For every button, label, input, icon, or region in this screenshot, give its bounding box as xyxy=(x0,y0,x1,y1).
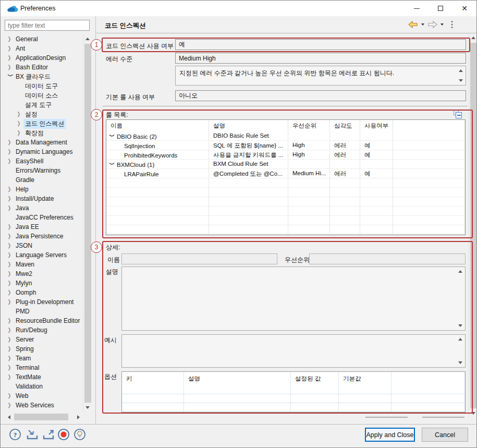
export-preferences-icon[interactable] xyxy=(42,428,55,441)
tree-collapsed-icon[interactable]: ❯ xyxy=(8,374,14,380)
tree-collapsed-icon[interactable]: ❯ xyxy=(8,289,14,296)
rule-row[interactable] xyxy=(106,207,465,216)
row-expanded-icon[interactable]: ❯ xyxy=(109,162,115,167)
tree-item[interactable]: ❯Web Services xyxy=(5,401,83,410)
tree-item[interactable]: ❯Ant xyxy=(5,44,83,53)
options-column-header[interactable]: 설정된 값 xyxy=(291,372,339,394)
detail-priority-input[interactable] xyxy=(309,253,466,264)
rule-column-header[interactable]: 우선순위 xyxy=(288,120,330,131)
tree-collapsed-icon[interactable]: ❯ xyxy=(8,355,14,361)
enable-inspection-combo[interactable]: 예 xyxy=(175,39,466,50)
tree-collapsed-icon[interactable]: ❯ xyxy=(8,402,14,408)
tree-item[interactable]: ❯JSON xyxy=(5,241,83,250)
rule-row[interactable]: SqlInjectionSQL 에 포함된 ${name} ...High에러예 xyxy=(106,141,465,150)
help-icon[interactable]: ? xyxy=(9,428,21,441)
sidebar-divider[interactable] xyxy=(95,16,96,424)
tree-item[interactable]: ❯Data Management xyxy=(5,138,83,147)
tree-collapsed-icon[interactable]: ❯ xyxy=(8,64,14,70)
tree-item[interactable]: ❯Bash Editor xyxy=(5,63,83,72)
tree-item[interactable]: ❯TextMate xyxy=(5,372,83,382)
detail-example-textarea[interactable] xyxy=(121,334,466,368)
import-preferences-icon[interactable] xyxy=(26,428,39,441)
tree-item[interactable]: ❯Oomph xyxy=(5,288,83,297)
scroll-right-icon[interactable] xyxy=(74,413,83,421)
tree-item[interactable]: ❯Java EE xyxy=(5,222,83,232)
rule-column-header[interactable]: 심각도 xyxy=(330,120,360,131)
tree-collapsed-icon[interactable]: ❯ xyxy=(17,120,23,127)
scrollbar-thumb[interactable] xyxy=(14,414,68,420)
back-history-dropdown-icon[interactable] xyxy=(421,23,424,26)
tree-item[interactable]: ❯코드 인스펙션 xyxy=(5,119,83,128)
tree-item[interactable]: ❯General xyxy=(5,34,83,44)
tree-collapsed-icon[interactable]: ❯ xyxy=(8,158,14,164)
scroll-up-icon[interactable] xyxy=(83,34,92,43)
scroll-left-icon[interactable] xyxy=(5,413,14,421)
scrollbar-thumb[interactable] xyxy=(470,43,477,408)
scroll-down-icon[interactable] xyxy=(83,403,92,412)
tree-collapsed-icon[interactable]: ❯ xyxy=(8,55,14,61)
tree-collapsed-icon[interactable]: ❯ xyxy=(8,186,14,192)
tree-item[interactable]: ❯Run/Debug xyxy=(5,325,83,335)
tree-collapsed-icon[interactable]: ❯ xyxy=(8,243,14,249)
tree-item[interactable]: ❯Mwe2 xyxy=(5,269,83,279)
tree-item[interactable]: ❯EasyShell xyxy=(5,156,83,166)
tree-item[interactable]: ❯Plug-in Development xyxy=(5,297,83,307)
tree-item[interactable]: ❯Spring xyxy=(5,344,83,354)
tree-item[interactable]: ❯확장점 xyxy=(5,128,83,138)
scroll-down-icon[interactable] xyxy=(458,361,462,364)
tree-collapsed-icon[interactable]: ❯ xyxy=(17,130,23,136)
minimize-button[interactable] xyxy=(405,1,429,16)
tree-item[interactable]: ❯Java xyxy=(5,203,83,213)
rule-row[interactable]: ProhibitedKeywords사용을 금지할 키워드를 ...High에러… xyxy=(106,150,465,160)
tree-collapsed-icon[interactable]: ❯ xyxy=(8,280,14,286)
rule-row[interactable] xyxy=(106,216,465,225)
tree-item[interactable]: ❯ResourceBundle Editor xyxy=(5,316,83,325)
tree-item[interactable]: ❯ApplicationDesign xyxy=(5,53,83,63)
tree-collapsed-icon[interactable]: ❯ xyxy=(8,365,14,371)
default-rules-combo[interactable]: 아니오 xyxy=(175,90,466,101)
rule-column-header[interactable]: 설명 xyxy=(209,120,288,131)
tree-collapsed-icon[interactable]: ❯ xyxy=(8,224,14,230)
tree-collapsed-icon[interactable]: ❯ xyxy=(17,111,23,117)
tree-item[interactable]: ❯Java Persistence xyxy=(5,232,83,241)
tree-item[interactable]: 데이터 도구 xyxy=(5,81,83,91)
tree-item[interactable]: ❯Language Servers xyxy=(5,250,83,260)
tree-item[interactable]: Errors/Warnings xyxy=(5,166,83,175)
tree-item[interactable]: ❯Terminal xyxy=(5,363,83,372)
tree-collapsed-icon[interactable]: ❯ xyxy=(8,139,14,146)
tip-lightbulb-icon[interactable] xyxy=(74,428,86,441)
tree-item[interactable]: ❯Dynamic Languages xyxy=(5,147,83,156)
content-vertical-scrollbar[interactable] xyxy=(469,33,477,418)
scrollbar-thumb[interactable] xyxy=(84,44,91,403)
tree-item[interactable]: ❯Mylyn xyxy=(5,279,83,288)
record-icon[interactable] xyxy=(57,428,70,441)
forward-history-dropdown-icon[interactable] xyxy=(441,23,444,26)
tree-item[interactable]: 데이터 소스 xyxy=(5,91,83,100)
tree-item[interactable]: JavaCC Preferences xyxy=(5,213,83,222)
maximize-button[interactable] xyxy=(429,1,452,16)
tree-collapsed-icon[interactable]: ❯ xyxy=(8,271,14,277)
close-button[interactable]: ✕ xyxy=(452,1,476,16)
tree-item[interactable]: 설계 도구 xyxy=(5,100,83,110)
error-level-combo[interactable]: Medium High xyxy=(175,53,466,64)
scroll-up-icon[interactable] xyxy=(469,33,477,42)
tree-collapsed-icon[interactable]: ❯ xyxy=(8,233,14,239)
rule-row[interactable]: LRAPairRule@Completed 또는 @Co...Medium Hi… xyxy=(106,169,465,178)
rule-row[interactable]: ❯BXMCloud (1)BXM Cloud Rule Set xyxy=(106,160,465,169)
tree-item[interactable]: ❯BX 클라우드 xyxy=(5,72,83,81)
detail-name-input[interactable] xyxy=(121,253,277,264)
row-expanded-icon[interactable]: ❯ xyxy=(109,134,115,139)
tree-item[interactable]: ❯Team xyxy=(5,354,83,363)
collapse-all-icon[interactable] xyxy=(454,110,463,119)
tree-collapsed-icon[interactable]: ❯ xyxy=(8,205,14,211)
rule-row[interactable] xyxy=(106,197,465,207)
tree-collapsed-icon[interactable]: ❯ xyxy=(8,346,14,352)
view-menu-icon[interactable] xyxy=(450,20,454,29)
filter-input[interactable] xyxy=(5,20,90,31)
tree-item[interactable]: Validation xyxy=(5,382,83,391)
tree-expanded-icon[interactable]: ❯ xyxy=(8,74,14,80)
rule-row[interactable] xyxy=(106,178,465,188)
rule-row[interactable] xyxy=(106,225,465,235)
forward-arrow-icon[interactable] xyxy=(427,21,437,28)
tree-collapsed-icon[interactable]: ❯ xyxy=(8,45,14,52)
